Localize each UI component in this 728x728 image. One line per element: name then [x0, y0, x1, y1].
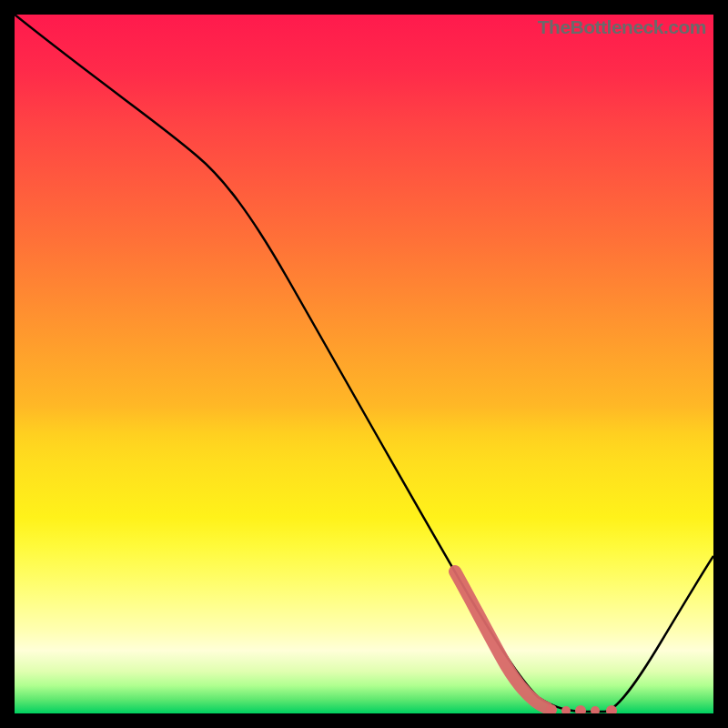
- bottleneck-curve: [15, 15, 713, 713]
- chart-container: TheBottleneck.com: [0, 0, 728, 728]
- plot-area: TheBottleneck.com: [15, 15, 713, 713]
